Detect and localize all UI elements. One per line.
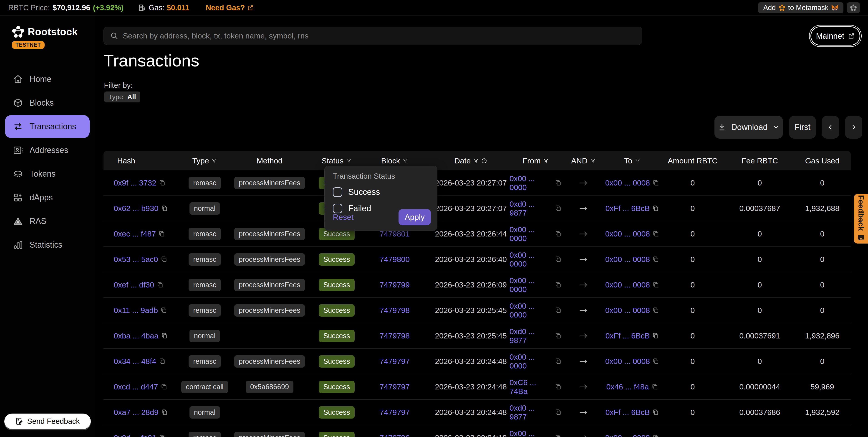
block-link[interactable]: 7479798 [380, 306, 410, 315]
tx-hash-link[interactable]: 0x0d ... fe91 [114, 433, 156, 437]
reset-link[interactable]: Reset [333, 212, 353, 222]
copy-icon[interactable] [555, 332, 562, 339]
to-address-link[interactable]: 0x00 ... 0008 [605, 178, 650, 187]
clock-icon[interactable] [481, 158, 487, 164]
tx-hash-link[interactable]: 0x62 ... b930 [114, 204, 159, 213]
tx-hash-link[interactable]: 0x34 ... 48f4 [114, 357, 156, 366]
copy-icon[interactable] [157, 282, 164, 288]
tx-hash-link[interactable]: 0xa7 ... 28d9 [114, 408, 159, 417]
copy-icon[interactable] [653, 307, 659, 314]
tx-hash-link[interactable]: 0x11 ... 9adb [114, 306, 158, 315]
copy-icon[interactable] [653, 435, 659, 437]
sidebar-item-home[interactable]: Home [5, 68, 90, 91]
copy-icon[interactable] [161, 307, 167, 314]
to-address-link[interactable]: 0x00 ... 0008 [605, 306, 650, 315]
to-address-link[interactable]: 0x00 ... 0008 [605, 357, 650, 366]
search-input[interactable] [123, 31, 636, 40]
copy-icon[interactable] [653, 231, 659, 237]
tx-hash-link[interactable]: 0x9f ... 3732 [114, 178, 156, 187]
to-address-link[interactable]: 0xFf ... 6BcB [606, 331, 650, 340]
filter-icon[interactable] [402, 158, 408, 164]
sidebar-item-blocks[interactable]: Blocks [5, 91, 90, 114]
sidebar-item-addresses[interactable]: Addresses [5, 139, 90, 162]
next-page-button[interactable] [845, 116, 862, 139]
from-address-link[interactable]: 0x00 ... 0000 [509, 225, 552, 243]
copy-icon[interactable] [652, 383, 658, 390]
from-address-link[interactable]: 0xd0 ... 9877 [509, 327, 552, 345]
column-header-type[interactable]: Type [187, 156, 223, 165]
to-address-link[interactable]: 0x00 ... 0008 [605, 229, 650, 238]
block-link[interactable]: 7479798 [380, 331, 410, 340]
copy-icon[interactable] [161, 383, 168, 390]
sidebar-item-transactions[interactable]: Transactions [5, 115, 90, 138]
rootstock-logo[interactable]: Rootstock [12, 26, 78, 38]
copy-icon[interactable] [555, 231, 562, 237]
copy-icon[interactable] [653, 180, 659, 186]
add-to-metamask-button[interactable]: Add to Metamask [758, 2, 843, 13]
copy-icon[interactable] [652, 205, 659, 212]
mainnet-switch-button[interactable]: Mainnet [810, 26, 860, 46]
from-address-link[interactable]: 0xd0 ... 9877 [509, 404, 552, 421]
to-address-link[interactable]: 0x00 ... 0008 [605, 281, 650, 289]
copy-icon[interactable] [159, 231, 165, 237]
copy-icon[interactable] [555, 409, 562, 416]
block-link[interactable]: 7479800 [380, 255, 410, 264]
tx-hash-link[interactable]: 0xef ... df30 [114, 281, 154, 289]
filter-icon[interactable] [543, 158, 549, 164]
copy-icon[interactable] [161, 205, 168, 212]
prev-page-button[interactable] [822, 116, 839, 139]
copy-icon[interactable] [555, 256, 562, 263]
type-filter-chip[interactable]: Type: All [104, 91, 140, 103]
block-link[interactable]: 7479799 [380, 281, 410, 289]
from-address-link[interactable]: 0x00 ... 0000 [509, 276, 552, 294]
column-header-to[interactable]: To [605, 156, 660, 165]
copy-icon[interactable] [555, 282, 562, 288]
filter-icon[interactable] [473, 158, 479, 164]
apply-button[interactable]: Apply [399, 209, 431, 225]
tx-hash-link[interactable]: 0xcd ... d447 [114, 382, 158, 391]
from-address-link[interactable]: 0x00 ... 0000 [509, 174, 552, 192]
copy-icon[interactable] [653, 282, 659, 288]
to-address-link[interactable]: 0x46 ... f48a [606, 382, 649, 391]
copy-icon[interactable] [555, 307, 562, 314]
column-header-and[interactable]: AND [562, 156, 605, 165]
column-header-status[interactable]: Status [316, 156, 357, 165]
from-address-link[interactable]: 0xC6 ... 74Ba [509, 378, 552, 396]
send-feedback-button[interactable]: Send Feedback [4, 413, 91, 429]
column-header-from[interactable]: From [509, 156, 562, 165]
need-gas-link[interactable]: Need Gas? [206, 3, 253, 12]
copy-icon[interactable] [555, 205, 562, 212]
copy-icon[interactable] [653, 256, 659, 263]
copy-icon[interactable] [161, 332, 168, 339]
column-header-date[interactable]: Date [432, 156, 509, 165]
filter-icon[interactable] [634, 158, 641, 164]
to-address-link[interactable]: 0xFf ... 6BcB [606, 408, 650, 417]
to-address-link[interactable]: 0x00 ... 0008 [605, 255, 650, 264]
copy-icon[interactable] [653, 358, 659, 365]
copy-icon[interactable] [161, 409, 168, 416]
copy-icon[interactable] [161, 256, 168, 263]
copy-icon[interactable] [159, 180, 166, 186]
filter-icon[interactable] [346, 158, 352, 164]
success-checkbox[interactable]: Success [333, 187, 429, 197]
filter-icon[interactable] [590, 158, 596, 164]
copy-icon[interactable] [555, 383, 562, 390]
to-address-link[interactable]: 0x00 ... 0008 [605, 433, 650, 437]
block-link[interactable]: 7479797 [380, 408, 410, 417]
from-address-link[interactable]: 0x00 ... 0000 [509, 353, 552, 370]
checkbox-icon[interactable] [333, 187, 342, 197]
copy-icon[interactable] [652, 332, 659, 339]
tx-hash-link[interactable]: 0x53 ... 5ac0 [114, 255, 158, 264]
from-address-link[interactable]: 0x00 ... 0000 [509, 251, 552, 268]
block-link[interactable]: 7479797 [380, 382, 410, 391]
sidebar-item-dapps[interactable]: dApps [5, 186, 90, 209]
rootstock-network-icon-button[interactable] [847, 2, 860, 13]
copy-icon[interactable] [159, 358, 166, 365]
feedback-tab[interactable]: Feedback [854, 194, 868, 243]
copy-icon[interactable] [159, 435, 166, 437]
from-address-link[interactable]: 0xd0 ... 9877 [509, 200, 552, 217]
tx-hash-link[interactable]: 0xec ... f487 [114, 229, 156, 238]
sidebar-item-ras[interactable]: RAS [5, 210, 90, 233]
copy-icon[interactable] [555, 180, 562, 186]
copy-icon[interactable] [555, 435, 562, 437]
